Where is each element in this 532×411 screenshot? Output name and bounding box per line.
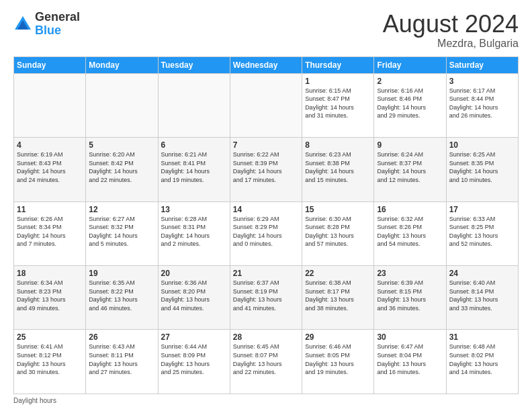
day-number: 7 xyxy=(233,140,299,150)
calendar-day-header: Saturday xyxy=(446,56,518,73)
day-number: 17 xyxy=(449,205,515,214)
day-number: 18 xyxy=(17,269,83,278)
calendar-day-cell: 28Sunrise: 6:45 AM Sunset: 8:07 PM Dayli… xyxy=(230,330,302,394)
day-info: Sunrise: 6:41 AM Sunset: 8:12 PM Dayligh… xyxy=(17,342,83,376)
calendar-day-header: Wednesday xyxy=(230,56,302,73)
calendar-day-cell: 16Sunrise: 6:32 AM Sunset: 8:26 PM Dayli… xyxy=(374,201,446,265)
day-info: Sunrise: 6:39 AM Sunset: 8:15 PM Dayligh… xyxy=(377,279,443,312)
day-number: 22 xyxy=(305,269,371,278)
calendar-day-cell: 11Sunrise: 6:26 AM Sunset: 8:34 PM Dayli… xyxy=(14,201,86,265)
day-number: 26 xyxy=(89,332,154,342)
calendar-day-cell: 10Sunrise: 6:25 AM Sunset: 8:35 PM Dayli… xyxy=(446,138,518,201)
day-number: 12 xyxy=(89,205,154,214)
day-info: Sunrise: 6:23 AM Sunset: 8:38 PM Dayligh… xyxy=(305,150,371,184)
calendar-week-row: 18Sunrise: 6:34 AM Sunset: 8:23 PM Dayli… xyxy=(14,266,519,330)
day-number: 23 xyxy=(377,269,443,278)
calendar-day-cell: 27Sunrise: 6:44 AM Sunset: 8:09 PM Dayli… xyxy=(158,330,230,394)
calendar-day-header: Monday xyxy=(86,56,158,73)
day-info: Sunrise: 6:21 AM Sunset: 8:41 PM Dayligh… xyxy=(161,150,227,184)
day-info: Sunrise: 6:29 AM Sunset: 8:29 PM Dayligh… xyxy=(233,215,299,248)
day-info: Sunrise: 6:37 AM Sunset: 8:19 PM Dayligh… xyxy=(233,279,299,312)
logo-general: General xyxy=(35,10,80,24)
month-year: August 2024 xyxy=(383,11,519,38)
logo-text: General Blue xyxy=(35,11,80,38)
day-number: 16 xyxy=(377,205,443,214)
calendar-day-cell: 13Sunrise: 6:28 AM Sunset: 8:31 PM Dayli… xyxy=(158,201,230,265)
calendar-day-cell: 14Sunrise: 6:29 AM Sunset: 8:29 PM Dayli… xyxy=(230,201,302,265)
day-number: 14 xyxy=(233,205,299,214)
calendar-day-cell: 22Sunrise: 6:38 AM Sunset: 8:17 PM Dayli… xyxy=(302,266,374,330)
day-number: 13 xyxy=(161,205,227,214)
day-number: 28 xyxy=(233,332,299,342)
day-number: 24 xyxy=(449,269,515,278)
calendar-day-cell: 1Sunrise: 6:15 AM Sunset: 8:47 PM Daylig… xyxy=(302,73,374,137)
logo-icon xyxy=(13,15,32,34)
day-info: Sunrise: 6:48 AM Sunset: 8:02 PM Dayligh… xyxy=(449,342,515,376)
calendar-day-cell: 19Sunrise: 6:35 AM Sunset: 8:22 PM Dayli… xyxy=(86,266,158,330)
calendar-week-row: 1Sunrise: 6:15 AM Sunset: 8:47 PM Daylig… xyxy=(14,73,519,137)
calendar-day-cell: 4Sunrise: 6:19 AM Sunset: 8:43 PM Daylig… xyxy=(14,138,86,201)
calendar-day-cell: 30Sunrise: 6:47 AM Sunset: 8:04 PM Dayli… xyxy=(374,330,446,394)
calendar-header-row: SundayMondayTuesdayWednesdayThursdayFrid… xyxy=(14,56,519,73)
calendar-day-header: Tuesday xyxy=(158,56,230,73)
calendar-week-row: 4Sunrise: 6:19 AM Sunset: 8:43 PM Daylig… xyxy=(14,138,519,201)
day-info: Sunrise: 6:19 AM Sunset: 8:43 PM Dayligh… xyxy=(17,150,83,184)
day-number: 9 xyxy=(377,140,443,150)
calendar-day-cell: 3Sunrise: 6:17 AM Sunset: 8:44 PM Daylig… xyxy=(446,73,518,137)
calendar-day-cell xyxy=(14,73,86,137)
calendar-day-cell xyxy=(86,73,158,137)
day-number: 30 xyxy=(377,332,443,342)
day-info: Sunrise: 6:38 AM Sunset: 8:17 PM Dayligh… xyxy=(305,279,371,312)
day-info: Sunrise: 6:28 AM Sunset: 8:31 PM Dayligh… xyxy=(161,215,227,248)
day-info: Sunrise: 6:34 AM Sunset: 8:23 PM Dayligh… xyxy=(17,279,83,312)
day-info: Sunrise: 6:16 AM Sunset: 8:46 PM Dayligh… xyxy=(377,87,443,120)
day-number: 10 xyxy=(449,140,515,150)
location: Mezdra, Bulgaria xyxy=(383,38,519,50)
calendar-week-row: 11Sunrise: 6:26 AM Sunset: 8:34 PM Dayli… xyxy=(14,201,519,265)
day-info: Sunrise: 6:15 AM Sunset: 8:47 PM Dayligh… xyxy=(305,87,371,120)
header: General Blue August 2024 Mezdra, Bulgari… xyxy=(13,11,519,50)
calendar-day-cell xyxy=(230,73,302,137)
day-info: Sunrise: 6:32 AM Sunset: 8:26 PM Dayligh… xyxy=(377,215,443,248)
day-info: Sunrise: 6:25 AM Sunset: 8:35 PM Dayligh… xyxy=(449,150,515,184)
day-number: 20 xyxy=(161,269,227,278)
day-number: 3 xyxy=(449,77,515,86)
calendar-day-cell: 31Sunrise: 6:48 AM Sunset: 8:02 PM Dayli… xyxy=(446,330,518,394)
day-number: 8 xyxy=(305,140,371,150)
calendar-day-cell: 12Sunrise: 6:27 AM Sunset: 8:32 PM Dayli… xyxy=(86,201,158,265)
day-info: Sunrise: 6:46 AM Sunset: 8:05 PM Dayligh… xyxy=(305,342,371,376)
calendar-day-cell: 29Sunrise: 6:46 AM Sunset: 8:05 PM Dayli… xyxy=(302,330,374,394)
day-number: 1 xyxy=(305,77,371,86)
calendar-day-cell: 7Sunrise: 6:22 AM Sunset: 8:39 PM Daylig… xyxy=(230,138,302,201)
day-number: 29 xyxy=(305,332,371,342)
day-info: Sunrise: 6:33 AM Sunset: 8:25 PM Dayligh… xyxy=(449,215,515,248)
day-info: Sunrise: 6:30 AM Sunset: 8:28 PM Dayligh… xyxy=(305,215,371,248)
day-number: 15 xyxy=(305,205,371,214)
day-number: 4 xyxy=(17,140,83,150)
day-number: 27 xyxy=(161,332,227,342)
footer: Daylight hours xyxy=(13,397,519,404)
day-number: 19 xyxy=(89,269,154,278)
day-number: 5 xyxy=(89,140,154,150)
day-info: Sunrise: 6:17 AM Sunset: 8:44 PM Dayligh… xyxy=(449,87,515,120)
day-info: Sunrise: 6:35 AM Sunset: 8:22 PM Dayligh… xyxy=(89,279,154,312)
calendar-day-cell: 21Sunrise: 6:37 AM Sunset: 8:19 PM Dayli… xyxy=(230,266,302,330)
logo: General Blue xyxy=(13,11,80,38)
calendar-day-cell: 6Sunrise: 6:21 AM Sunset: 8:41 PM Daylig… xyxy=(158,138,230,201)
calendar-day-cell: 15Sunrise: 6:30 AM Sunset: 8:28 PM Dayli… xyxy=(302,201,374,265)
calendar-day-header: Friday xyxy=(374,56,446,73)
day-info: Sunrise: 6:45 AM Sunset: 8:07 PM Dayligh… xyxy=(233,342,299,376)
calendar-day-cell: 17Sunrise: 6:33 AM Sunset: 8:25 PM Dayli… xyxy=(446,201,518,265)
day-info: Sunrise: 6:47 AM Sunset: 8:04 PM Dayligh… xyxy=(377,342,443,376)
calendar-day-cell: 20Sunrise: 6:36 AM Sunset: 8:20 PM Dayli… xyxy=(158,266,230,330)
day-info: Sunrise: 6:20 AM Sunset: 8:42 PM Dayligh… xyxy=(89,150,154,184)
day-info: Sunrise: 6:36 AM Sunset: 8:20 PM Dayligh… xyxy=(161,279,227,312)
day-number: 6 xyxy=(161,140,227,150)
calendar-day-cell xyxy=(158,73,230,137)
logo-blue: Blue xyxy=(35,24,61,37)
day-info: Sunrise: 6:40 AM Sunset: 8:14 PM Dayligh… xyxy=(449,279,515,312)
calendar-day-header: Sunday xyxy=(14,56,86,73)
calendar-day-cell: 5Sunrise: 6:20 AM Sunset: 8:42 PM Daylig… xyxy=(86,138,158,201)
calendar-day-cell: 25Sunrise: 6:41 AM Sunset: 8:12 PM Dayli… xyxy=(14,330,86,394)
day-number: 25 xyxy=(17,332,83,342)
